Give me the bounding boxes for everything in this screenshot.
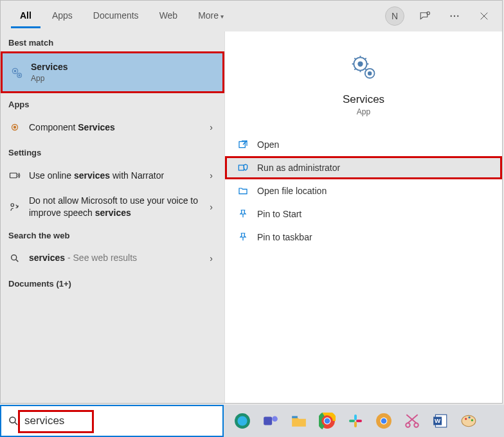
chevron-right-icon: › [206,170,217,181]
action-label: Open [257,139,279,150]
result-text-post: with Narrator [110,170,164,181]
result-text-bold: Services [78,122,115,132]
search-scope-tabs: All Apps Documents Web More N [1,1,502,31]
svg-point-38 [414,423,419,427]
svg-rect-31 [349,420,355,422]
section-best-match: Best match [1,31,224,51]
results-list: Best match Services App Apps Component S… [1,31,224,403]
chevron-right-icon: › [206,202,217,212]
gears-icon [350,53,378,82]
section-settings: Settings [1,141,224,161]
chevron-right-icon: › [206,122,217,132]
action-run-as-administrator[interactable]: Run as administrator [225,156,502,179]
svg-rect-32 [354,422,357,427]
detail-title: Services [343,93,384,106]
taskbar-slack-icon[interactable] [345,410,366,432]
svg-point-5 [14,70,16,72]
svg-point-3 [457,15,458,17]
taskbar-snip-icon[interactable] [401,410,423,432]
narrator-icon [8,169,21,182]
svg-rect-22 [264,417,272,425]
action-label: Run as administrator [257,163,340,173]
svg-text:W: W [435,417,441,424]
feedback-icon[interactable] [416,7,434,25]
taskbar-word-icon[interactable]: W [429,410,451,432]
svg-point-1 [451,15,452,17]
taskbar-paint-icon[interactable] [458,410,480,432]
section-apps: Apps [1,93,224,113]
svg-rect-18 [239,165,244,170]
window-controls: N [385,6,502,26]
svg-point-16 [368,72,371,75]
pin-icon [238,232,248,242]
svg-point-9 [14,127,16,129]
windows-search-panel: All Apps Documents Web More N Best match [0,0,503,404]
search-icon [8,415,21,427]
svg-point-43 [465,418,467,420]
result-text-pre: Use online [29,170,74,181]
search-box[interactable] [0,405,224,437]
section-search-web: Search the web [1,224,224,244]
result-text-bold: services [29,253,65,263]
svg-point-2 [454,15,455,17]
taskbar-edge-icon[interactable] [231,410,253,432]
microphone-icon [8,201,21,213]
component-services-icon [8,121,21,134]
result-text-prefix: Component [29,122,78,132]
taskbar-explorer-icon[interactable] [288,410,310,432]
folder-icon [238,186,248,196]
action-label: Pin to taskbar [257,232,312,242]
svg-rect-24 [292,416,298,418]
detail-pane: Services App Open Run as administrator O… [224,31,502,403]
svg-point-37 [406,423,410,427]
taskbar-chrome-icon[interactable] [316,410,338,432]
action-label: Open file location [257,186,327,196]
svg-point-44 [468,416,470,418]
tab-web[interactable]: Web [150,4,187,28]
search-icon [8,252,21,265]
tab-more[interactable]: More [189,4,233,28]
action-open[interactable]: Open [225,133,502,156]
pin-icon [238,209,248,219]
chevron-right-icon: › [206,253,217,263]
user-avatar[interactable]: N [385,6,404,26]
detail-subtitle: App [357,107,370,116]
action-pin-to-taskbar[interactable]: Pin to taskbar [225,226,502,249]
tab-all[interactable]: All [11,4,40,28]
shield-icon [238,163,248,173]
taskbar: W [224,405,504,437]
action-label: Pin to Start [257,209,302,219]
action-open-file-location[interactable]: Open file location [225,179,502,202]
svg-rect-33 [356,420,362,422]
search-input[interactable] [21,412,219,430]
result-text-bold: services [74,170,110,181]
result-speech-services[interactable]: Do not allow Microsoft to use your voice… [1,190,224,224]
result-narrator-services[interactable]: Use online services with Narrator › [1,161,224,190]
tab-apps[interactable]: Apps [43,4,82,28]
gears-icon [10,66,23,79]
taskbar-teams-icon[interactable] [260,410,282,432]
action-pin-to-start[interactable]: Pin to Start [225,202,502,226]
result-component-services[interactable]: Component Services › [1,113,224,141]
section-documents: Documents (1+) [1,272,224,292]
svg-point-11 [11,204,14,207]
svg-point-23 [272,416,278,422]
tab-documents[interactable]: Documents [84,4,148,28]
best-match-result[interactable]: Services App [1,51,224,93]
taskbar-chrome-canary-icon[interactable] [373,410,395,432]
svg-point-21 [237,416,247,425]
svg-point-14 [358,62,362,66]
svg-point-7 [19,75,20,76]
svg-rect-30 [354,415,357,420]
more-options-icon[interactable] [446,7,464,25]
result-text-bold: services [95,208,131,218]
result-web-search[interactable]: services - See web results › [1,244,224,272]
svg-rect-17 [239,141,245,147]
best-match-subtitle: App [31,73,215,84]
svg-point-29 [325,418,330,424]
svg-point-36 [381,418,387,424]
svg-point-19 [10,417,15,423]
svg-point-45 [471,419,473,421]
close-icon[interactable] [475,7,493,25]
best-match-title: Services [31,62,68,72]
